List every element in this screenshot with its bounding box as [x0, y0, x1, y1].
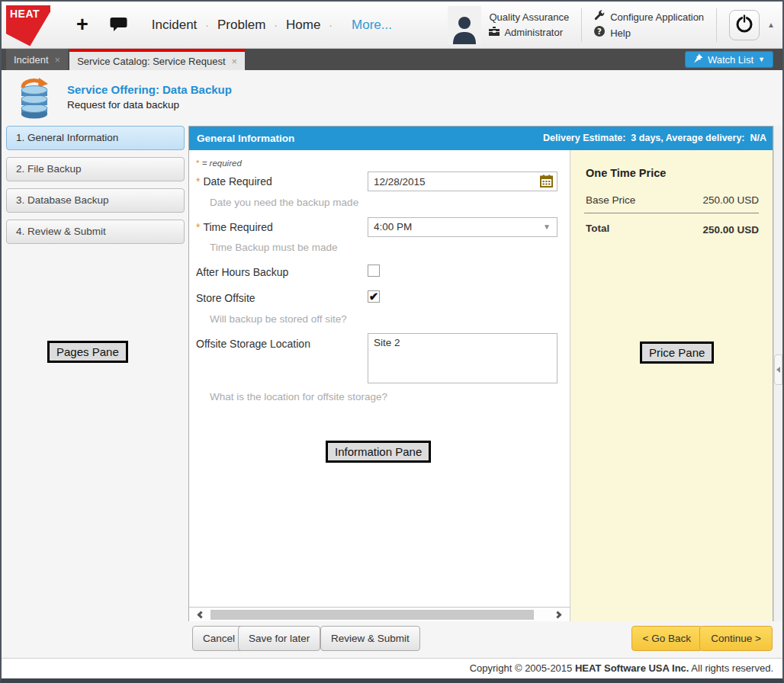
after-hours-checkbox[interactable]	[368, 265, 380, 277]
copyright-suffix: All rights reserved.	[689, 662, 773, 674]
watch-list-label: Watch List	[708, 54, 753, 66]
offsite-location-textarea[interactable]: Site 2	[368, 333, 557, 383]
total-label: Total	[586, 223, 609, 234]
nav-separator: ·	[274, 19, 278, 31]
scroll-right-icon[interactable]	[554, 611, 562, 619]
user-role: Administrator	[504, 25, 563, 40]
config-help-block: Configure Application ? Help	[594, 9, 704, 41]
footer: Copyright © 2005-2015 HEAT Software USA …	[2, 658, 782, 678]
base-price-label: Base Price	[586, 194, 635, 206]
time-required-help: Time Backup must be made	[210, 242, 338, 253]
time-required-label: *Time Required	[196, 221, 273, 233]
nav-separator: ·	[205, 19, 209, 31]
nav-item-incident[interactable]: Incident	[152, 18, 198, 33]
nav-item-home[interactable]: Home	[286, 18, 320, 33]
heat-logo[interactable]: HEAT	[6, 5, 50, 46]
tab-bar: Incident × Service Catalog: Service Requ…	[2, 49, 782, 70]
chevron-down-icon: ▼	[543, 218, 551, 236]
help-label: Help	[610, 25, 631, 41]
tab-service-catalog[interactable]: Service Catalog: Service Request ×	[69, 49, 245, 70]
tab-incident[interactable]: Incident ×	[6, 49, 68, 70]
help-link[interactable]: ? Help	[594, 25, 704, 41]
user-name: Quality Assurance	[489, 10, 569, 25]
navbar-divider	[716, 8, 717, 42]
pages-pane-annotation: Pages Pane	[47, 341, 128, 363]
close-icon[interactable]: ×	[232, 56, 238, 67]
new-record-button[interactable]: +	[76, 14, 88, 35]
collapse-navbar-icon[interactable]: ▲	[767, 21, 775, 29]
date-required-input[interactable]	[368, 172, 557, 191]
nav-item-more[interactable]: More...	[352, 18, 392, 33]
pin-icon	[693, 53, 703, 66]
close-icon[interactable]: ×	[55, 54, 61, 66]
right-collapse-strip	[773, 126, 782, 621]
tab-label: Service Catalog: Service Request	[77, 56, 225, 67]
nav-separator: ·	[329, 19, 333, 31]
wrench-icon	[594, 9, 605, 25]
watch-list-button[interactable]: Watch List ▼	[685, 51, 773, 68]
page-item-database-backup[interactable]: 3. Database Backup	[6, 188, 185, 213]
company-name: HEAT Software USA Inc.	[575, 662, 689, 674]
information-pane-annotation: Information Pane	[326, 441, 431, 463]
user-avatar[interactable]	[448, 6, 481, 44]
content-area: Service Offering: Data Backup Request fo…	[2, 70, 782, 658]
chat-icon[interactable]	[110, 17, 127, 33]
application-window: HEAT + Incident · Problem · Home · More.…	[0, 0, 784, 683]
price-pane-title: One Time Price	[586, 167, 666, 179]
delivery-estimate: Delivery Estimate: 3 days, Average deliv…	[543, 127, 766, 150]
review-submit-button[interactable]: Review & Submit	[320, 626, 420, 651]
date-required-label: *Date Required	[196, 175, 272, 188]
chevron-left-icon	[776, 367, 780, 373]
information-pane: * = required *Date Required Date you nee…	[189, 150, 570, 621]
chevron-down-icon: ▼	[758, 56, 765, 63]
help-icon: ?	[594, 25, 605, 41]
required-note: * = required	[196, 159, 242, 168]
configure-application-link[interactable]: Configure Application	[594, 9, 704, 25]
page-item-file-backup[interactable]: 2. File Backup	[6, 157, 185, 181]
heat-logo-text: HEAT	[10, 8, 40, 20]
page-title: Service Offering: Data Backup	[67, 83, 232, 96]
main-nav: Incident · Problem · Home · More...	[152, 18, 392, 33]
top-navbar: HEAT + Incident · Problem · Home · More.…	[2, 2, 782, 49]
user-info[interactable]: Quality Assurance Administrator	[489, 10, 569, 40]
after-hours-label: After Hours Backup	[196, 266, 288, 278]
save-for-later-button[interactable]: Save for later	[238, 626, 320, 651]
scroll-left-icon[interactable]	[198, 611, 205, 619]
power-icon	[734, 14, 754, 37]
time-required-select[interactable]: 4:00 PM ▼	[368, 217, 557, 237]
svg-text:?: ?	[597, 27, 602, 35]
horizontal-scrollbar[interactable]	[189, 607, 570, 621]
price-pane-annotation: Price Pane	[640, 342, 714, 364]
store-offsite-help: Will backup be stored off site?	[210, 313, 347, 325]
navbar-right-cluster: Quality Assurance Administrator Configur…	[448, 6, 778, 44]
collapse-panel-handle[interactable]	[774, 354, 782, 385]
page-subtitle: Request for data backup	[67, 99, 179, 111]
database-backup-icon	[14, 76, 55, 122]
scrollbar-thumb[interactable]	[210, 610, 534, 620]
logout-button[interactable]	[729, 10, 760, 40]
offsite-location-label: Offsite Storage Location	[196, 338, 310, 350]
offsite-location-help: What is the location for offsite storage…	[210, 391, 387, 402]
store-offsite-label: Store Offsite	[196, 292, 255, 304]
configure-application-label: Configure Application	[610, 9, 704, 25]
total-value: 250.00 USD	[702, 224, 759, 236]
section-header: General Information Delivery Estimate: 3…	[189, 127, 773, 150]
page-item-review-submit[interactable]: 4. Review & Submit	[6, 220, 185, 244]
nav-item-problem[interactable]: Problem	[217, 18, 265, 33]
price-divider	[584, 213, 759, 213]
tab-label: Incident	[14, 54, 49, 66]
briefcase-icon	[489, 25, 500, 40]
service-request-panel: General Information Delivery Estimate: 3…	[188, 126, 773, 621]
pages-pane: 1. General Information 2. File Backup 3.…	[6, 126, 185, 251]
calendar-icon[interactable]	[540, 175, 553, 191]
go-back-button[interactable]: < Go Back	[631, 626, 702, 651]
base-price-value: 250.00 USD	[702, 194, 759, 206]
time-required-value: 4:00 PM	[374, 221, 412, 232]
continue-button[interactable]: Continue >	[699, 626, 773, 651]
page-item-general-information[interactable]: 1. General Information	[6, 126, 185, 150]
date-required-help: Date you need the backup made	[210, 197, 358, 208]
store-offsite-checkbox[interactable]: ✔	[368, 290, 380, 303]
price-pane: One Time Price Base Price 250.00 USD Tot…	[570, 150, 773, 621]
check-icon: ✔	[369, 290, 379, 303]
navbar-divider	[581, 8, 582, 42]
